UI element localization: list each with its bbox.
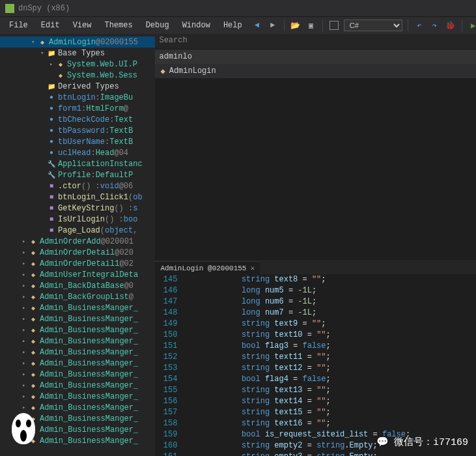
code-line[interactable]: string text12 = ""; [185, 363, 476, 374]
expand-icon[interactable]: ▸ [22, 393, 29, 400]
tree-node[interactable]: ▸◆Admin_BusinessManger_ [0, 302, 155, 313]
expand-icon[interactable]: ▸ [22, 382, 29, 389]
tree-node[interactable]: ▸◆Admin_BusinessManger_ [0, 313, 155, 324]
tree-node[interactable]: ■Page_Load(object, [0, 225, 155, 236]
code-line[interactable]: string text10 = ""; [185, 330, 476, 341]
code-line[interactable]: string text9 = ""; [185, 319, 476, 330]
expand-icon[interactable]: ▸ [22, 293, 29, 300]
code-line[interactable]: long num7 = -1L; [185, 307, 476, 319]
menu-help[interactable]: Help [217, 18, 249, 33]
code-line[interactable]: string text11 = ""; [185, 352, 476, 363]
code-line[interactable]: bool is_request_siteid_list = false; [185, 429, 476, 440]
menu-edit[interactable]: Edit [35, 18, 66, 33]
tree-node[interactable]: ■GetKeyString() : s [0, 203, 155, 214]
tree-node[interactable]: ▸◆AdminUserIntegralDeta [0, 269, 155, 280]
code-editor[interactable]: 1451461471481491501511521531541551561571… [155, 274, 476, 456]
expand-icon[interactable]: ▸ [49, 61, 56, 68]
code-line[interactable]: long num6 = -1L; [185, 296, 476, 307]
expand-icon[interactable]: ▸ [22, 415, 29, 422]
tree-node[interactable]: ▸◆Admin_BusinessManger_ [0, 391, 155, 402]
code-line[interactable]: bool flag4 = false; [185, 374, 476, 385]
menu-file[interactable]: File [3, 18, 35, 33]
tree-node[interactable]: ●tbPassword : TextB [0, 125, 155, 136]
expand-icon[interactable]: ▸ [22, 249, 29, 256]
code-line[interactable]: string text16 = ""; [185, 418, 476, 429]
bug-icon[interactable]: 🐞 [445, 20, 456, 31]
tree-node[interactable]: ▾◆AdminLogin @02000155 [0, 36, 155, 48]
tree-node[interactable]: ■IsUrlLogin() : boo [0, 214, 155, 225]
tree-node[interactable]: 📁Derived Types [0, 81, 155, 92]
expand-icon[interactable]: ▸ [22, 238, 29, 245]
tree-node[interactable]: ●form1 : HtmlForm @ [0, 103, 155, 114]
tree-node[interactable]: ▸◆System.Web.UI.P [0, 59, 155, 70]
tree-node[interactable]: 🔧Profile : DefaultP [0, 169, 155, 180]
tree-node[interactable]: ▸◆Admin_BusinessManger_ [0, 413, 155, 424]
tree-node[interactable]: ▸◆Admin_BusinessManger_ [0, 335, 155, 347]
tree-node[interactable]: ▸◆Admin_BusinessManger_ [0, 369, 155, 380]
code-line[interactable]: string empty3 = string.Empty; [185, 451, 476, 456]
language-select[interactable]: C# [344, 20, 402, 31]
search-input[interactable] [155, 50, 476, 64]
tree-node[interactable]: ■btnLogin_Click1(ob [0, 192, 155, 203]
menu-window[interactable]: Window [176, 18, 217, 33]
code-line[interactable]: string text14 = ""; [185, 396, 476, 407]
expand-icon[interactable]: ▸ [22, 426, 29, 433]
expand-icon[interactable]: ▸ [22, 260, 29, 267]
tree-node[interactable]: ▸◆Admin_BusinessManger_ [0, 358, 155, 369]
redo-icon[interactable]: ↷ [429, 20, 441, 31]
tree-node[interactable]: ●btnLogin : ImageBu [0, 92, 155, 103]
tab-adminlogin[interactable]: AdminLogin @02000155 ✕ [155, 261, 260, 274]
tree-node[interactable]: 🔧ApplicationInstanc [0, 158, 155, 169]
expand-icon[interactable]: ▸ [22, 304, 29, 311]
tree-node[interactable]: ●uclHead : Head @04 [0, 147, 155, 158]
menu-themes[interactable]: Themes [98, 18, 139, 33]
tree-node[interactable]: ▸◆Admin_BackGroupList @ [0, 291, 155, 302]
tree-node[interactable]: ▸◆Admin_BusinessManger_ [0, 324, 155, 335]
expand-icon[interactable]: ▸ [22, 282, 29, 289]
tree-node[interactable]: ▸◆Admin_BusinessManger_ [0, 380, 155, 391]
code-line[interactable]: string text8 = ""; [185, 274, 476, 285]
tree-node[interactable]: ●tbCheckCode : Text [0, 114, 155, 125]
menu-debug[interactable]: Debug [139, 18, 176, 33]
tree-node[interactable]: ▸◆AdminOrderDetail1 @02 [0, 258, 155, 269]
close-icon[interactable]: ✕ [250, 264, 255, 272]
expand-icon[interactable]: ▸ [22, 315, 29, 322]
expand-icon[interactable]: ▸ [22, 371, 29, 378]
expand-icon[interactable]: ▸ [22, 437, 29, 444]
expand-icon[interactable]: ▸ [22, 360, 29, 367]
expand-icon[interactable]: ▸ [22, 337, 29, 345]
dock-icon[interactable] [328, 20, 340, 31]
tree-node[interactable]: ▸◆Admin_BusinessManger_ [0, 402, 155, 413]
back-icon[interactable]: ◄ [251, 20, 263, 31]
expand-icon[interactable]: ▸ [22, 271, 29, 278]
tree-node[interactable]: ▸◆Admin_BusinessManger_ [0, 435, 155, 446]
tree-node[interactable]: ●tbUserName : TextB [0, 136, 155, 147]
tree-node[interactable]: ▸◆AdminOrderAdd @020001 [0, 236, 155, 247]
tree-node[interactable]: ▸◆Admin_BusinessManger_ [0, 424, 155, 435]
menu-view[interactable]: View [66, 18, 98, 33]
tree-node[interactable]: ▾📁Base Types [0, 48, 155, 59]
expand-icon[interactable]: ▾ [40, 50, 47, 57]
open-icon[interactable]: 📂 [290, 20, 301, 31]
code-line[interactable]: string empty2 = string.Empty; [185, 440, 476, 451]
code-line[interactable]: bool flag3 = false; [185, 341, 476, 352]
tree-node[interactable]: ◆System.Web.Sess [0, 70, 155, 81]
code-content[interactable]: string text8 = ""; long num5 = -1L; long… [182, 274, 476, 456]
save-icon[interactable]: ▣ [305, 20, 317, 31]
tree-node[interactable]: ▸◆Admin_BackDataBase @0 [0, 280, 155, 291]
tree-node[interactable]: ■.ctor() : void @06 [0, 180, 155, 192]
expand-icon[interactable]: ▸ [22, 326, 29, 334]
tree-node[interactable]: ▸◆Admin_BusinessManger_ [0, 347, 155, 358]
assembly-explorer[interactable]: ▾◆AdminLogin @02000155▾📁Base Types▸◆Syst… [0, 34, 155, 456]
expand-icon[interactable]: ▸ [22, 349, 29, 356]
tree-node[interactable]: ▸◆AdminOrderDetail @020 [0, 247, 155, 258]
start-icon[interactable]: ▶ [468, 20, 476, 31]
undo-icon[interactable]: ↶ [413, 20, 425, 31]
forward-icon[interactable]: ► [267, 20, 279, 31]
code-line[interactable]: string text13 = ""; [185, 385, 476, 396]
search-result[interactable]: ◆ AdminLogin [155, 64, 476, 78]
expand-icon[interactable]: ▸ [22, 404, 29, 411]
code-line[interactable]: long num5 = -1L; [185, 285, 476, 296]
code-line[interactable]: string text15 = ""; [185, 407, 476, 418]
expand-icon[interactable]: ▾ [31, 38, 38, 46]
